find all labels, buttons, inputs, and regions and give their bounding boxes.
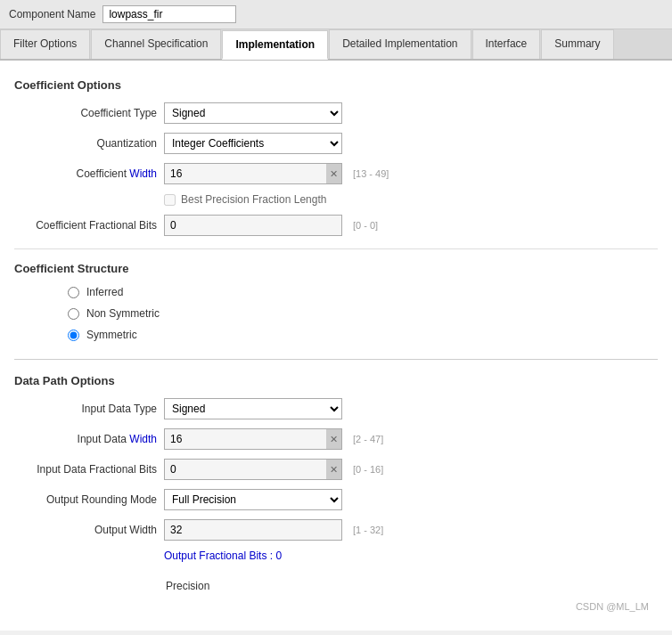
tab-summary[interactable]: Summary [541,29,613,59]
watermark: CSDN @ML_LM [14,592,658,615]
coefficient-type-row: Coefficient Type Signed Unsigned [14,102,658,124]
input-data-width-input[interactable] [165,431,326,447]
best-precision-row: Best Precision Fraction Length [164,193,658,206]
output-width-row: Output Width [1 - 32] [14,519,658,541]
main-content: Coefficient Options Coefficient Type Sig… [0,61,672,631]
input-data-fractional-bits-label: Input Data Fractional Bits [14,463,157,476]
radio-inferred-row: Inferred [68,286,658,298]
radio-non-symmetric-row: Non Symmetric [68,307,658,320]
radio-non-symmetric-label: Non Symmetric [86,307,160,320]
input-data-width-row: Input Data Width ✕ [2 - 47] [14,428,658,450]
quantization-select[interactable]: Integer Coefficients Fractional Coeffici… [164,133,342,154]
title-bar: Component Name [0,0,672,29]
coefficient-fractional-bits-row: Coefficient Fractional Bits [0 - 0] [14,215,658,236]
output-width-range: [1 - 32] [353,525,383,535]
output-rounding-mode-select[interactable]: Full Precision Truncation Round [164,489,342,510]
coefficient-fractional-bits-input[interactable] [164,215,342,236]
tab-channel-specification[interactable]: Channel Specification [91,29,221,59]
radio-symmetric-row: Symmetric [68,329,658,341]
radio-inferred[interactable] [68,287,79,298]
output-rounding-mode-label: Output Rounding Mode [14,493,157,506]
tab-implementation[interactable]: Implementation [222,30,328,60]
input-data-fractional-bits-range: [0 - 16] [353,464,383,475]
coefficient-fractional-bits-label: Coefficient Fractional Bits [14,219,157,232]
coefficient-width-input[interactable] [165,166,326,182]
input-data-width-range: [2 - 47] [353,434,383,444]
radio-non-symmetric[interactable] [68,308,79,320]
coefficient-fractional-bits-range: [0 - 0] [353,220,378,231]
input-data-fractional-bits-row: Input Data Fractional Bits ✕ [0 - 16] [14,459,658,480]
input-data-width-clear-btn[interactable]: ✕ [326,429,341,449]
coefficient-width-input-container: ✕ [164,163,342,184]
tab-interface[interactable]: Interface [472,29,541,59]
coefficient-type-select[interactable]: Signed Unsigned [164,102,342,124]
input-data-width-container: ✕ [164,428,342,450]
coefficient-width-row: Coefficient Width ✕ [13 - 49] [14,163,658,184]
tab-filter-options[interactable]: Filter Options [0,29,90,59]
input-data-fractional-bits-clear-btn[interactable]: ✕ [326,460,341,479]
tab-detailed-implementation[interactable]: Detailed Implementation [329,29,471,59]
data-path-options-section: Data Path Options Input Data Type Signed… [14,374,658,562]
output-fractional-bits-label: Output Fractional Bits : 0 [164,550,282,562]
quantization-row: Quantization Integer Coefficients Fracti… [14,133,658,154]
coefficient-width-clear-btn[interactable]: ✕ [326,164,341,183]
input-data-width-label: Input Data Width [14,433,157,445]
data-path-options-title: Data Path Options [14,374,658,387]
output-width-input[interactable] [164,519,342,541]
coefficient-structure-title: Coefficient Structure [14,262,658,275]
output-rounding-mode-row: Output Rounding Mode Full Precision Trun… [14,489,658,510]
quantization-label: Quantization [14,137,157,150]
component-name-input[interactable] [102,5,236,23]
best-precision-label: Best Precision Fraction Length [181,193,326,206]
coefficient-width-label: Coefficient Width [14,167,157,180]
input-data-fractional-bits-container: ✕ [164,459,342,480]
output-fractional-bits-row: Output Fractional Bits : 0 [14,550,658,562]
input-data-fractional-bits-input[interactable] [165,461,326,477]
best-precision-checkbox[interactable] [164,194,176,206]
radio-inferred-label: Inferred [86,286,123,298]
tab-bar: Filter Options Channel Specification Imp… [0,29,672,61]
input-data-type-select[interactable]: Signed Unsigned [164,398,342,419]
input-data-type-row: Input Data Type Signed Unsigned [14,398,658,419]
divider-1 [14,248,658,249]
radio-symmetric[interactable] [68,330,79,341]
precision-label: Precision [166,580,658,592]
coefficient-width-range: [13 - 49] [353,168,389,179]
coefficient-type-label: Coefficient Type [14,107,157,119]
component-name-label: Component Name [9,8,95,20]
input-data-type-label: Input Data Type [14,403,157,415]
radio-symmetric-label: Symmetric [86,329,137,341]
coefficient-options-title: Coefficient Options [14,78,658,92]
divider-2 [14,359,658,360]
coefficient-structure-radio-group: Inferred Non Symmetric Symmetric [68,286,658,341]
output-width-label: Output Width [14,524,157,536]
